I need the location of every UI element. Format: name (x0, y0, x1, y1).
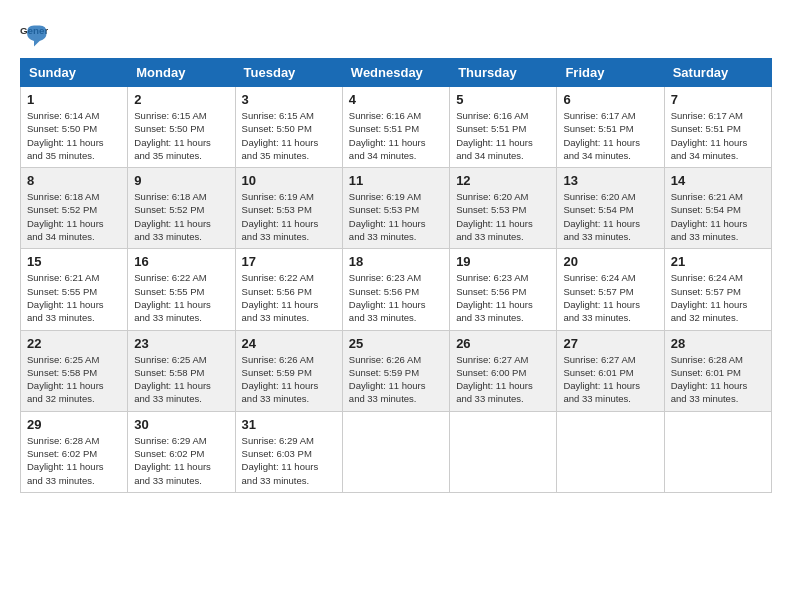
day-header-monday: Monday (128, 59, 235, 87)
day-cell-27: 27 Sunrise: 6:27 AMSunset: 6:01 PMDaylig… (557, 330, 664, 411)
day-number: 7 (671, 92, 765, 107)
day-cell-4: 4 Sunrise: 6:16 AMSunset: 5:51 PMDayligh… (342, 87, 449, 168)
day-number: 20 (563, 254, 657, 269)
day-info: Sunrise: 6:17 AMSunset: 5:51 PMDaylight:… (671, 110, 748, 161)
day-cell-12: 12 Sunrise: 6:20 AMSunset: 5:53 PMDaylig… (450, 168, 557, 249)
day-number: 1 (27, 92, 121, 107)
day-cell-22: 22 Sunrise: 6:25 AMSunset: 5:58 PMDaylig… (21, 330, 128, 411)
day-cell-23: 23 Sunrise: 6:25 AMSunset: 5:58 PMDaylig… (128, 330, 235, 411)
day-number: 12 (456, 173, 550, 188)
day-info: Sunrise: 6:26 AMSunset: 5:59 PMDaylight:… (349, 354, 426, 405)
day-number: 13 (563, 173, 657, 188)
day-info: Sunrise: 6:25 AMSunset: 5:58 PMDaylight:… (27, 354, 104, 405)
day-header-tuesday: Tuesday (235, 59, 342, 87)
day-number: 5 (456, 92, 550, 107)
day-header-wednesday: Wednesday (342, 59, 449, 87)
day-header-thursday: Thursday (450, 59, 557, 87)
day-info: Sunrise: 6:14 AMSunset: 5:50 PMDaylight:… (27, 110, 104, 161)
day-cell-26: 26 Sunrise: 6:27 AMSunset: 6:00 PMDaylig… (450, 330, 557, 411)
day-info: Sunrise: 6:18 AMSunset: 5:52 PMDaylight:… (134, 191, 211, 242)
day-cell-28: 28 Sunrise: 6:28 AMSunset: 6:01 PMDaylig… (664, 330, 771, 411)
day-info: Sunrise: 6:19 AMSunset: 5:53 PMDaylight:… (349, 191, 426, 242)
day-number: 4 (349, 92, 443, 107)
empty-cell (664, 411, 771, 492)
day-number: 30 (134, 417, 228, 432)
day-cell-3: 3 Sunrise: 6:15 AMSunset: 5:50 PMDayligh… (235, 87, 342, 168)
day-number: 24 (242, 336, 336, 351)
day-number: 2 (134, 92, 228, 107)
empty-cell (342, 411, 449, 492)
day-cell-19: 19 Sunrise: 6:23 AMSunset: 5:56 PMDaylig… (450, 249, 557, 330)
day-info: Sunrise: 6:24 AMSunset: 5:57 PMDaylight:… (671, 272, 748, 323)
day-info: Sunrise: 6:21 AMSunset: 5:55 PMDaylight:… (27, 272, 104, 323)
day-cell-1: 1 Sunrise: 6:14 AMSunset: 5:50 PMDayligh… (21, 87, 128, 168)
calendar-table: SundayMondayTuesdayWednesdayThursdayFrid… (20, 58, 772, 493)
day-header-saturday: Saturday (664, 59, 771, 87)
day-header-friday: Friday (557, 59, 664, 87)
day-info: Sunrise: 6:15 AMSunset: 5:50 PMDaylight:… (134, 110, 211, 161)
calendar-week-2: 8 Sunrise: 6:18 AMSunset: 5:52 PMDayligh… (21, 168, 772, 249)
day-number: 8 (27, 173, 121, 188)
day-cell-30: 30 Sunrise: 6:29 AMSunset: 6:02 PMDaylig… (128, 411, 235, 492)
day-info: Sunrise: 6:27 AMSunset: 6:01 PMDaylight:… (563, 354, 640, 405)
day-cell-8: 8 Sunrise: 6:18 AMSunset: 5:52 PMDayligh… (21, 168, 128, 249)
day-number: 18 (349, 254, 443, 269)
day-info: Sunrise: 6:21 AMSunset: 5:54 PMDaylight:… (671, 191, 748, 242)
day-cell-21: 21 Sunrise: 6:24 AMSunset: 5:57 PMDaylig… (664, 249, 771, 330)
day-number: 19 (456, 254, 550, 269)
day-info: Sunrise: 6:27 AMSunset: 6:00 PMDaylight:… (456, 354, 533, 405)
day-cell-2: 2 Sunrise: 6:15 AMSunset: 5:50 PMDayligh… (128, 87, 235, 168)
day-info: Sunrise: 6:16 AMSunset: 5:51 PMDaylight:… (456, 110, 533, 161)
day-info: Sunrise: 6:29 AMSunset: 6:03 PMDaylight:… (242, 435, 319, 486)
day-number: 6 (563, 92, 657, 107)
day-cell-24: 24 Sunrise: 6:26 AMSunset: 5:59 PMDaylig… (235, 330, 342, 411)
day-cell-18: 18 Sunrise: 6:23 AMSunset: 5:56 PMDaylig… (342, 249, 449, 330)
day-cell-15: 15 Sunrise: 6:21 AMSunset: 5:55 PMDaylig… (21, 249, 128, 330)
day-info: Sunrise: 6:24 AMSunset: 5:57 PMDaylight:… (563, 272, 640, 323)
day-info: Sunrise: 6:20 AMSunset: 5:54 PMDaylight:… (563, 191, 640, 242)
logo: General (20, 20, 52, 48)
day-info: Sunrise: 6:29 AMSunset: 6:02 PMDaylight:… (134, 435, 211, 486)
day-cell-20: 20 Sunrise: 6:24 AMSunset: 5:57 PMDaylig… (557, 249, 664, 330)
day-info: Sunrise: 6:15 AMSunset: 5:50 PMDaylight:… (242, 110, 319, 161)
empty-cell (557, 411, 664, 492)
day-info: Sunrise: 6:22 AMSunset: 5:55 PMDaylight:… (134, 272, 211, 323)
day-number: 11 (349, 173, 443, 188)
day-number: 9 (134, 173, 228, 188)
day-number: 3 (242, 92, 336, 107)
logo-icon: General (20, 20, 48, 48)
day-number: 21 (671, 254, 765, 269)
day-info: Sunrise: 6:28 AMSunset: 6:01 PMDaylight:… (671, 354, 748, 405)
day-cell-6: 6 Sunrise: 6:17 AMSunset: 5:51 PMDayligh… (557, 87, 664, 168)
empty-cell (450, 411, 557, 492)
day-info: Sunrise: 6:20 AMSunset: 5:53 PMDaylight:… (456, 191, 533, 242)
day-cell-31: 31 Sunrise: 6:29 AMSunset: 6:03 PMDaylig… (235, 411, 342, 492)
day-number: 22 (27, 336, 121, 351)
day-info: Sunrise: 6:28 AMSunset: 6:02 PMDaylight:… (27, 435, 104, 486)
day-info: Sunrise: 6:26 AMSunset: 5:59 PMDaylight:… (242, 354, 319, 405)
day-cell-16: 16 Sunrise: 6:22 AMSunset: 5:55 PMDaylig… (128, 249, 235, 330)
day-cell-14: 14 Sunrise: 6:21 AMSunset: 5:54 PMDaylig… (664, 168, 771, 249)
day-cell-5: 5 Sunrise: 6:16 AMSunset: 5:51 PMDayligh… (450, 87, 557, 168)
day-info: Sunrise: 6:23 AMSunset: 5:56 PMDaylight:… (456, 272, 533, 323)
day-info: Sunrise: 6:17 AMSunset: 5:51 PMDaylight:… (563, 110, 640, 161)
day-cell-17: 17 Sunrise: 6:22 AMSunset: 5:56 PMDaylig… (235, 249, 342, 330)
day-number: 26 (456, 336, 550, 351)
day-number: 15 (27, 254, 121, 269)
day-number: 28 (671, 336, 765, 351)
day-cell-13: 13 Sunrise: 6:20 AMSunset: 5:54 PMDaylig… (557, 168, 664, 249)
day-info: Sunrise: 6:19 AMSunset: 5:53 PMDaylight:… (242, 191, 319, 242)
day-cell-10: 10 Sunrise: 6:19 AMSunset: 5:53 PMDaylig… (235, 168, 342, 249)
calendar-week-4: 22 Sunrise: 6:25 AMSunset: 5:58 PMDaylig… (21, 330, 772, 411)
day-cell-7: 7 Sunrise: 6:17 AMSunset: 5:51 PMDayligh… (664, 87, 771, 168)
day-info: Sunrise: 6:25 AMSunset: 5:58 PMDaylight:… (134, 354, 211, 405)
day-number: 17 (242, 254, 336, 269)
day-info: Sunrise: 6:22 AMSunset: 5:56 PMDaylight:… (242, 272, 319, 323)
day-header-sunday: Sunday (21, 59, 128, 87)
day-number: 27 (563, 336, 657, 351)
calendar-week-5: 29 Sunrise: 6:28 AMSunset: 6:02 PMDaylig… (21, 411, 772, 492)
day-info: Sunrise: 6:23 AMSunset: 5:56 PMDaylight:… (349, 272, 426, 323)
page-header: General (20, 20, 772, 48)
day-cell-25: 25 Sunrise: 6:26 AMSunset: 5:59 PMDaylig… (342, 330, 449, 411)
day-number: 31 (242, 417, 336, 432)
